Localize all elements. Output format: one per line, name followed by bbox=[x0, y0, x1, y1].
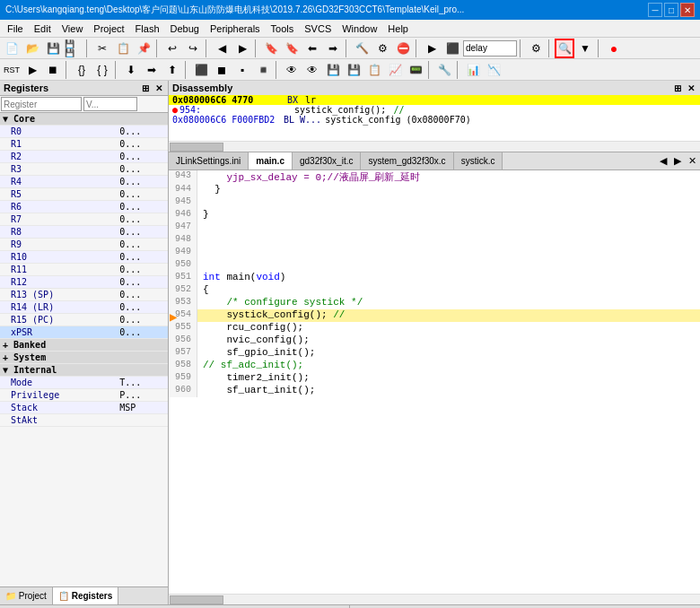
watch-btn[interactable]: 👁 bbox=[282, 60, 302, 80]
reg-group-system[interactable]: + System bbox=[0, 352, 168, 364]
save-all-btn[interactable]: 💾💾 bbox=[64, 39, 83, 58]
bp2-btn[interactable]: ◼ bbox=[212, 60, 232, 80]
code-line-954: 954 ▶ systick_config(); // bbox=[169, 309, 700, 322]
new-file-btn[interactable]: 📄 bbox=[2, 39, 22, 58]
close-red-btn[interactable]: ● bbox=[604, 39, 624, 58]
bookmark-btn[interactable]: 🔖 bbox=[261, 39, 281, 58]
line-num-957: 957 bbox=[169, 347, 197, 360]
undo-btn[interactable]: ↩ bbox=[162, 39, 182, 58]
tab-project-left[interactable]: 📁 Project bbox=[0, 587, 53, 604]
code-line-955: 955 rcu_config(); bbox=[169, 322, 700, 334]
tab-close[interactable]: ✕ bbox=[685, 153, 700, 169]
disassembly-float-btn[interactable]: ⊞ bbox=[672, 83, 683, 93]
menu-file[interactable]: File bbox=[2, 22, 29, 36]
bookmark3-btn[interactable]: ⬅ bbox=[302, 39, 322, 58]
copy-btn[interactable]: 📋 bbox=[113, 39, 133, 58]
maximize-button[interactable]: □ bbox=[664, 3, 678, 17]
trace-btn[interactable]: 📈 bbox=[385, 60, 405, 80]
reg-row-r3: R30... bbox=[0, 163, 168, 176]
stop-run-btn[interactable]: ⏹ bbox=[43, 60, 63, 80]
step-into-btn[interactable]: ⬇ bbox=[121, 60, 141, 80]
redo-btn[interactable]: ↪ bbox=[183, 39, 203, 58]
menu-help[interactable]: Help bbox=[382, 22, 414, 36]
tab-registers-left[interactable]: 📋 Registers bbox=[53, 587, 118, 604]
registers-value-input[interactable] bbox=[83, 97, 137, 111]
save-btn[interactable]: 💾 bbox=[43, 39, 63, 58]
menu-flash[interactable]: Flash bbox=[130, 22, 165, 36]
line-num-948: 948 bbox=[169, 234, 197, 247]
menu-debug[interactable]: Debug bbox=[165, 22, 205, 36]
bookmark4-btn[interactable]: ➡ bbox=[323, 39, 343, 58]
tab-scroll-right[interactable]: ▶ bbox=[670, 153, 685, 169]
stop-btn[interactable]: ⛔ bbox=[393, 39, 413, 58]
editor-hscroll-thumb[interactable] bbox=[170, 595, 223, 604]
reg-group-core[interactable]: ▼ Core bbox=[0, 113, 168, 126]
build-btn[interactable]: 🔨 bbox=[352, 39, 372, 58]
sep12 bbox=[185, 61, 188, 79]
menu-project[interactable]: Project bbox=[88, 22, 129, 36]
step-over-btn[interactable]: ➡ bbox=[142, 60, 162, 80]
editor-hscroll[interactable] bbox=[169, 594, 700, 604]
cut-btn[interactable]: ✂ bbox=[92, 39, 112, 58]
line-content-948 bbox=[197, 234, 700, 247]
build-all-btn[interactable]: ⚙ bbox=[372, 39, 392, 58]
reg-row-r13: R13 (SP)0... bbox=[0, 289, 168, 301]
tab-systick[interactable]: systick.c bbox=[454, 152, 503, 170]
menu-window[interactable]: Window bbox=[337, 22, 382, 36]
register-btn[interactable]: 📋 bbox=[364, 60, 384, 80]
disassembly-hscroll[interactable] bbox=[169, 141, 700, 152]
serial-btn[interactable]: 📟 bbox=[406, 60, 425, 80]
bookmark2-btn[interactable]: 🔖 bbox=[282, 39, 302, 58]
extra2-btn[interactable]: 📉 bbox=[484, 60, 503, 80]
menu-edit[interactable]: Edit bbox=[29, 22, 57, 36]
bp4-btn[interactable]: ◾ bbox=[253, 60, 273, 80]
disassembly-hscroll-thumb[interactable] bbox=[170, 143, 223, 152]
reset-btn[interactable]: RST bbox=[2, 60, 22, 80]
brace-btn[interactable]: {} bbox=[72, 60, 92, 80]
reg-row-stack: StackMSP bbox=[0, 402, 168, 414]
breakpoint-btn[interactable]: ⬛ bbox=[191, 60, 211, 80]
step-out-btn[interactable]: ⬆ bbox=[162, 60, 182, 80]
nav-back-btn[interactable]: ◀ bbox=[212, 39, 232, 58]
memory2-btn[interactable]: 💾 bbox=[344, 60, 363, 80]
code-line-950: 950 bbox=[169, 259, 700, 272]
code-line-959: 959 timer2_init(); bbox=[169, 372, 700, 385]
tab-main-c[interactable]: main.c bbox=[249, 152, 293, 170]
sep10 bbox=[66, 61, 69, 79]
reg-group-banked[interactable]: + Banked bbox=[0, 339, 168, 352]
code-line-958: 958 // sf_adc_init(); bbox=[169, 360, 700, 372]
disassembly-content: 0x080006C6 4770 BX lr ● 954: systick_con… bbox=[169, 95, 700, 141]
registers-float-btn[interactable]: ⊞ bbox=[140, 83, 151, 93]
tab-jlinksettings[interactable]: JLinkSettings.ini bbox=[169, 152, 249, 170]
tab-scroll-left[interactable]: ◀ bbox=[656, 153, 670, 169]
tab-system-gd32f30x[interactable]: system_gd32f30x.c bbox=[361, 152, 453, 170]
nav-fwd-btn[interactable]: ▶ bbox=[232, 39, 252, 58]
registers-close-btn[interactable]: ✕ bbox=[153, 83, 164, 93]
options-btn[interactable]: ⚙ bbox=[526, 39, 546, 58]
reg-group-internal[interactable]: ▼ Internal bbox=[0, 364, 168, 377]
paste-btn[interactable]: 📌 bbox=[134, 39, 153, 58]
tab-gd32f30x-it[interactable]: gd32f30x_it.c bbox=[293, 152, 362, 170]
debug2-btn[interactable]: ⬛ bbox=[442, 39, 462, 58]
brace2-btn[interactable]: { } bbox=[92, 60, 112, 80]
search-dropdown-btn[interactable]: ▼ bbox=[575, 39, 595, 58]
minimize-button[interactable]: ─ bbox=[648, 3, 662, 17]
search-highlighted-btn[interactable]: 🔍 bbox=[555, 39, 574, 58]
menu-tools[interactable]: Tools bbox=[266, 22, 300, 36]
menu-peripherals[interactable]: Peripherals bbox=[205, 22, 266, 36]
watch2-btn[interactable]: 👁 bbox=[302, 60, 322, 80]
registers-search-input[interactable] bbox=[1, 97, 82, 111]
menu-svcs[interactable]: SVCS bbox=[299, 22, 337, 36]
memory-btn[interactable]: 💾 bbox=[323, 60, 343, 80]
toolbox-btn[interactable]: 🔧 bbox=[434, 60, 454, 80]
menu-view[interactable]: View bbox=[57, 22, 89, 36]
disassembly-close-btn[interactable]: ✕ bbox=[686, 83, 696, 93]
delay-input[interactable]: delay bbox=[463, 40, 517, 56]
open-btn[interactable]: 📂 bbox=[22, 39, 42, 58]
bp3-btn[interactable]: ▪ bbox=[232, 60, 252, 80]
extra1-btn[interactable]: 📊 bbox=[463, 60, 483, 80]
line-content-958: // sf_adc_init(); bbox=[197, 360, 700, 372]
close-button[interactable]: ✕ bbox=[680, 3, 695, 17]
run-btn[interactable]: ▶ bbox=[22, 60, 42, 80]
debug-btn[interactable]: ▶ bbox=[422, 39, 442, 58]
